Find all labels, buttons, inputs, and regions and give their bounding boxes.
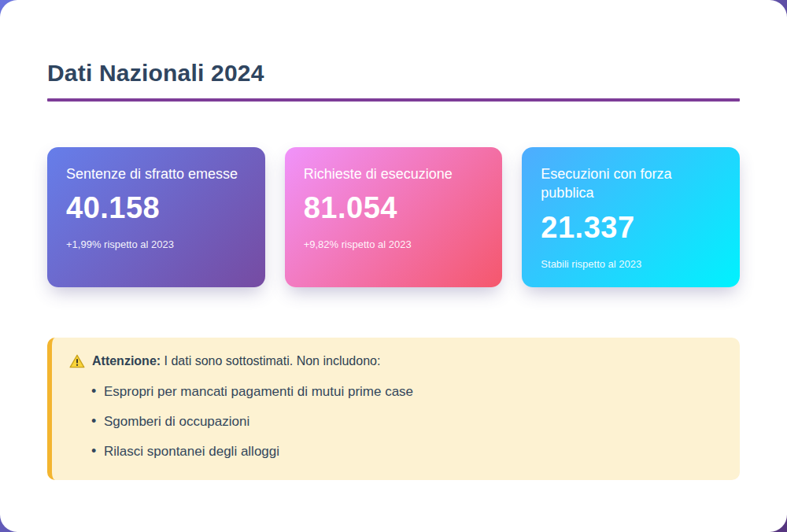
stat-cards-row: Sentenze di sfratto emesse 40.158 +1,99%… [47,147,740,287]
stat-value: 40.158 [66,191,246,225]
stat-label: Richieste di esecuzione [304,164,484,183]
warning-triangle-icon [69,354,85,368]
warning-list: Espropri per mancati pagamenti di mutui … [69,384,718,460]
warning-title: Attenzione: [92,354,161,368]
title-underline [47,98,740,102]
stat-value: 81.054 [304,191,484,225]
warning-text: Attenzione: I dati sono sottostimati. No… [92,354,380,368]
stat-value: 21.337 [541,211,721,245]
warning-subtitle: I dati sono sottostimati. Non includono: [164,354,381,368]
stat-card-esecuzioni: Esecuzioni con forza pubblica 21.337 Sta… [522,147,740,287]
stat-note: +1,99% rispetto al 2023 [66,238,246,250]
list-item: Espropri per mancati pagamenti di mutui … [104,384,718,400]
stat-card-richieste: Richieste di esecuzione 81.054 +9,82% ri… [285,147,503,287]
stat-card-sentenze: Sentenze di sfratto emesse 40.158 +1,99%… [47,147,265,287]
list-item: Rilasci spontanei degli alloggi [104,444,718,460]
warning-header: Attenzione: I dati sono sottostimati. No… [69,354,718,368]
stat-note: Stabili rispetto al 2023 [541,258,721,270]
warning-callout: Attenzione: I dati sono sottostimati. No… [47,338,740,480]
stat-label: Esecuzioni con forza pubblica [541,164,721,203]
content-card: Dati Nazionali 2024 Sentenze di sfratto … [0,0,787,532]
list-item: Sgomberi di occupazioni [104,414,718,430]
page-title: Dati Nazionali 2024 [47,60,740,87]
stat-label: Sentenze di sfratto emesse [66,164,246,183]
page-background: Dati Nazionali 2024 Sentenze di sfratto … [0,0,787,532]
stat-note: +9,82% rispetto al 2023 [304,238,484,250]
